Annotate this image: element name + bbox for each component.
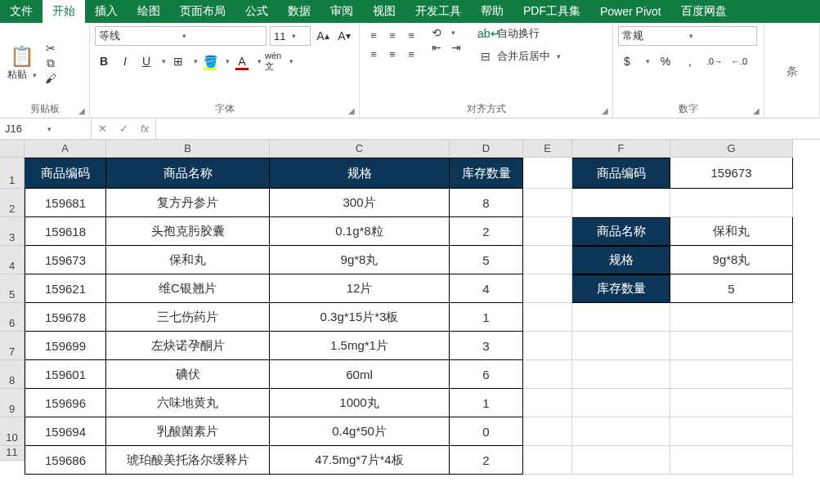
col-header[interactable]: G xyxy=(670,140,793,158)
table-cell[interactable]: 4 xyxy=(450,274,523,303)
row-header[interactable]: 9 xyxy=(0,389,25,417)
tab-dev[interactable]: 开发工具 xyxy=(406,0,471,23)
tab-help[interactable]: 帮助 xyxy=(471,0,513,23)
table-cell[interactable]: 159699 xyxy=(25,332,106,360)
align-right-icon[interactable]: ≡ xyxy=(402,45,420,63)
table-cell[interactable]: 159673 xyxy=(670,158,793,189)
row-header[interactable]: 10 xyxy=(0,417,25,446)
format-painter-icon[interactable]: 🖌 xyxy=(43,72,59,85)
increase-font-icon[interactable]: A▴ xyxy=(314,27,332,45)
table-cell[interactable]: 5 xyxy=(450,246,523,274)
table-cell[interactable]: 六味地黄丸 xyxy=(106,389,270,417)
decrease-decimal-icon[interactable]: ←.0 xyxy=(730,52,748,70)
empty-cell[interactable] xyxy=(523,303,572,332)
table-cell[interactable]: 300片 xyxy=(270,189,450,217)
currency-button[interactable]: $ xyxy=(618,52,636,70)
tab-baidu[interactable]: 百度网盘 xyxy=(671,0,737,23)
row-header[interactable]: 6 xyxy=(0,303,25,332)
table-cell[interactable]: 159621 xyxy=(25,274,106,303)
table-header-cell[interactable]: 规格 xyxy=(572,246,670,274)
empty-cell[interactable] xyxy=(523,446,572,475)
dialog-launcher-icon[interactable]: ◢ xyxy=(346,105,357,116)
underline-button[interactable]: U xyxy=(137,52,155,70)
empty-cell[interactable] xyxy=(572,389,670,417)
table-header-cell[interactable]: 库存数量 xyxy=(450,158,523,189)
table-cell[interactable]: 维C银翘片 xyxy=(106,274,270,303)
font-size-combo[interactable]: 11▾ xyxy=(270,26,311,46)
align-bottom-icon[interactable]: ≡ xyxy=(402,26,420,44)
table-cell[interactable]: 8 xyxy=(450,189,523,217)
table-cell[interactable]: 2 xyxy=(450,217,523,246)
table-cell[interactable]: 9g*8丸 xyxy=(670,246,793,274)
table-header-cell[interactable]: 规格 xyxy=(270,158,450,189)
table-cell[interactable]: 碘伏 xyxy=(106,360,270,389)
select-all-corner[interactable] xyxy=(0,140,25,158)
empty-cell[interactable] xyxy=(523,246,572,274)
table-cell[interactable]: 12片 xyxy=(270,274,450,303)
table-cell[interactable]: 0.3g*15片*3板 xyxy=(270,303,450,332)
table-cell[interactable]: 159601 xyxy=(25,360,106,389)
tab-view[interactable]: 视图 xyxy=(363,0,406,23)
italic-button[interactable]: I xyxy=(116,52,134,70)
tab-pdf[interactable]: PDF工具集 xyxy=(513,0,590,23)
table-cell[interactable]: 0 xyxy=(450,417,523,446)
empty-cell[interactable] xyxy=(523,417,572,446)
table-cell[interactable]: 1 xyxy=(450,303,523,332)
row-header[interactable]: 2 xyxy=(0,189,25,217)
table-cell[interactable]: 1000丸 xyxy=(270,389,450,417)
empty-cell[interactable] xyxy=(572,332,670,360)
row-header[interactable]: 1 xyxy=(0,158,25,189)
col-header[interactable]: E xyxy=(523,140,572,158)
empty-cell[interactable] xyxy=(670,303,793,332)
table-header-cell[interactable]: 商品编码 xyxy=(25,158,106,189)
number-format-combo[interactable]: 常规▾ xyxy=(618,26,757,46)
orientation-icon[interactable]: ⟲ xyxy=(428,26,445,39)
table-header-cell[interactable]: 商品名称 xyxy=(106,158,270,189)
table-cell[interactable]: 1 xyxy=(450,389,523,417)
empty-cell[interactable] xyxy=(670,389,793,417)
table-cell[interactable]: 保和丸 xyxy=(106,246,270,274)
align-left-icon[interactable]: ≡ xyxy=(365,45,383,63)
empty-cell[interactable] xyxy=(572,446,670,475)
table-cell[interactable]: 159681 xyxy=(25,189,106,217)
tab-formulas[interactable]: 公式 xyxy=(235,0,278,23)
table-cell[interactable]: 3 xyxy=(450,332,523,360)
fill-color-button[interactable]: 🪣 xyxy=(201,52,219,70)
table-cell[interactable]: 159686 xyxy=(25,446,106,475)
row-header[interactable]: 5 xyxy=(0,274,25,303)
table-cell[interactable]: 三七伤药片 xyxy=(106,303,270,332)
table-cell[interactable]: 5 xyxy=(670,274,793,303)
empty-cell[interactable] xyxy=(523,360,572,389)
dialog-launcher-icon[interactable]: ◢ xyxy=(76,105,87,116)
empty-cell[interactable] xyxy=(572,303,670,332)
table-cell[interactable]: 左炔诺孕酮片 xyxy=(106,332,270,360)
table-cell[interactable]: 159618 xyxy=(25,217,106,246)
table-cell[interactable]: 159673 xyxy=(25,246,106,274)
table-cell[interactable]: 复方丹参片 xyxy=(106,189,270,217)
table-cell[interactable]: 159696 xyxy=(25,389,106,417)
empty-cell[interactable] xyxy=(670,189,793,217)
table-cell[interactable]: 琥珀酸美托洛尔缓释片 xyxy=(106,446,270,475)
wrap-text-button[interactable]: ab↵自动换行 xyxy=(477,26,561,41)
increase-decimal-icon[interactable]: .0→ xyxy=(706,52,724,70)
tab-review[interactable]: 审阅 xyxy=(320,0,363,23)
tab-file[interactable]: 文件 xyxy=(0,0,43,23)
empty-cell[interactable] xyxy=(670,332,793,360)
row-header[interactable]: 8 xyxy=(0,360,25,389)
font-name-combo[interactable]: 等线▾ xyxy=(95,26,267,46)
empty-cell[interactable] xyxy=(523,389,572,417)
empty-cell[interactable] xyxy=(572,417,670,446)
col-header[interactable]: D xyxy=(450,140,523,158)
table-cell[interactable]: 159678 xyxy=(25,303,106,332)
table-header-cell[interactable]: 商品编码 xyxy=(572,158,670,189)
enter-icon[interactable]: ✓ xyxy=(113,123,134,135)
empty-cell[interactable] xyxy=(572,360,670,389)
comma-button[interactable]: , xyxy=(681,52,699,70)
tab-data[interactable]: 数据 xyxy=(278,0,320,23)
decrease-indent-icon[interactable]: ⇤ xyxy=(428,41,445,54)
border-button[interactable]: ⊞ xyxy=(169,52,187,70)
worksheet-grid[interactable]: ABCDEFG 1商品编码商品名称规格库存数量商品编码1596732159681… xyxy=(0,140,820,475)
table-cell[interactable]: 头孢克肟胶囊 xyxy=(106,217,270,246)
empty-cell[interactable] xyxy=(670,417,793,446)
empty-cell[interactable] xyxy=(523,217,572,246)
